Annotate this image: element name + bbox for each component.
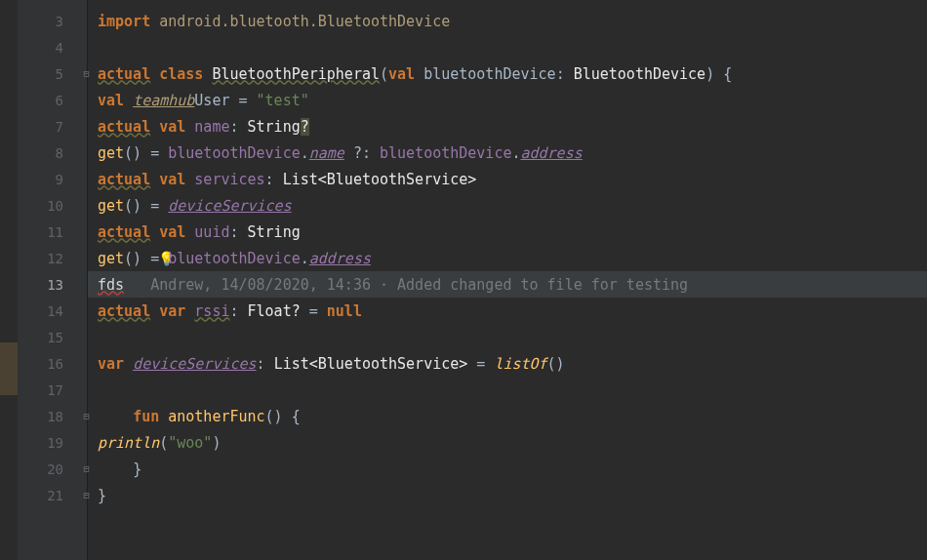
keyword-actual: actual [98,118,150,136]
func-call: listOf [494,355,546,373]
code-line[interactable]: actual val uuid: String [88,219,927,245]
code-line[interactable]: import android.bluetooth.BluetoothDevice [88,8,927,34]
keyword-class: class [150,65,212,83]
punct: : [257,355,274,373]
code-line[interactable]: get() = deviceServices [88,192,927,219]
line-number[interactable]: 8 [18,140,87,166]
line-number[interactable]: 10 [18,192,87,219]
elvis-op: ?: [344,144,380,162]
property-name: services [194,171,264,188]
line-number[interactable]: 11 [18,219,87,245]
code-line[interactable]: get() = bluetoothDevice.name ?: bluetoot… [88,140,927,166]
change-marker [0,342,18,395]
code-line[interactable]: val teamhubUser = "test" [88,87,927,113]
brace: } [98,487,106,504]
punct: () [124,197,141,215]
code-line[interactable] [88,324,927,350]
type-ref: BluetoothDevice [574,65,705,83]
property-name: rssi [194,302,229,320]
punct: () [124,144,141,162]
ref: bluetoothDevice [168,250,300,267]
package-path: android.bluetooth.BluetoothDevice [159,13,450,30]
code-editor[interactable]: 3 4 5 6 7 8 9 10 11 12 13 14 15 16 17 18… [0,0,927,560]
line-number[interactable]: 9 [18,166,87,192]
code-line[interactable]: ⊟ fun anotherFunc() { [88,403,927,429]
getter: get [98,197,124,215]
punct: = [141,250,168,267]
param-name: bluetoothDevice [423,65,555,83]
code-line[interactable]: var deviceServices: List<BluetoothServic… [88,350,927,377]
line-number[interactable]: 18 [18,403,87,429]
code-line[interactable]: println("woo") [88,429,927,456]
code-line[interactable]: ⊟ actual class BluetoothPeripheral(val b… [88,60,927,87]
line-number[interactable]: 15 [18,324,87,350]
line-number[interactable]: 6 [18,87,87,113]
func-call: println [98,434,159,452]
line-number[interactable]: 12 [18,245,87,271]
keyword-actual: actual [98,223,150,241]
line-number[interactable]: 7 [18,113,87,140]
code-line[interactable] [88,34,927,60]
getter: get [98,144,124,162]
punct: : [229,302,247,320]
line-number[interactable]: 3 [18,8,87,34]
code-line[interactable]: actual val services: List<BluetoothServi… [88,166,927,192]
type-ref: List<BluetoothService> [283,171,477,188]
member: address [521,144,583,162]
keyword-actual: actual [98,171,150,188]
punct: ( [159,434,168,452]
keyword-val: val [150,223,194,241]
punct: = [467,355,494,373]
code-line-current[interactable]: fds Andrew, 14/08/2020, 14:36 · Added ch… [88,271,927,298]
punct: = [141,144,168,162]
code-content[interactable]: 💡 import android.bluetooth.BluetoothDevi… [88,0,927,560]
punct: () { [265,408,301,425]
keyword-import: import [98,13,159,30]
getter: get [98,250,124,267]
line-number[interactable]: 14 [18,298,87,324]
line-number[interactable]: 5 [18,60,87,87]
string-literal: "test" [257,92,309,109]
keyword-val: val [150,118,194,136]
keyword-val: val [388,65,423,83]
punct: () [124,250,141,267]
fold-end-icon[interactable]: ⊟ [82,491,91,500]
member: name [309,144,344,162]
func-name: anotherFunc [168,408,264,425]
punct: () [547,355,565,373]
code-line[interactable]: actual var rssi: Float? = null [88,298,927,324]
punct: . [301,250,309,267]
property-name: uuid [194,223,229,241]
string-literal: "woo" [168,434,212,452]
line-number[interactable]: 21 [18,482,87,508]
code-line[interactable] [88,377,927,403]
ref: bluetoothDevice [168,144,300,162]
identifier: teamhub [133,92,194,109]
keyword-val: val [98,92,133,109]
line-number[interactable]: 4 [18,34,87,60]
member: address [309,250,371,267]
line-number[interactable]: 16 [18,350,87,377]
type-ref: String [248,223,301,241]
line-number[interactable]: 19 [18,429,87,456]
keyword-var: var [98,355,133,373]
brace: } [133,460,141,478]
code-line[interactable]: actual val name: String? [88,113,927,140]
error-token: fds [98,276,124,294]
marker-stripe [0,0,18,560]
fold-start-icon[interactable]: ⊟ [82,412,91,420]
fold-end-icon[interactable]: ⊟ [82,464,91,473]
punct: = [301,302,327,320]
keyword-actual: actual [98,65,150,83]
line-number[interactable]: 17 [18,377,87,403]
ref: deviceServices [168,197,291,215]
code-line[interactable]: ⊟ } [88,456,927,482]
fold-start-icon[interactable]: ⊟ [82,69,91,78]
keyword-fun: fun [133,408,168,425]
code-line[interactable]: get() = bluetoothDevice.address [88,245,927,271]
keyword-var: var [150,302,194,320]
property-name: deviceServices [133,355,256,373]
code-line[interactable]: ⊟ } [88,482,927,508]
vcs-code-lens[interactable]: Andrew, 14/08/2020, 14:36 · Added change… [124,276,688,294]
line-number[interactable]: 20 [18,456,87,482]
